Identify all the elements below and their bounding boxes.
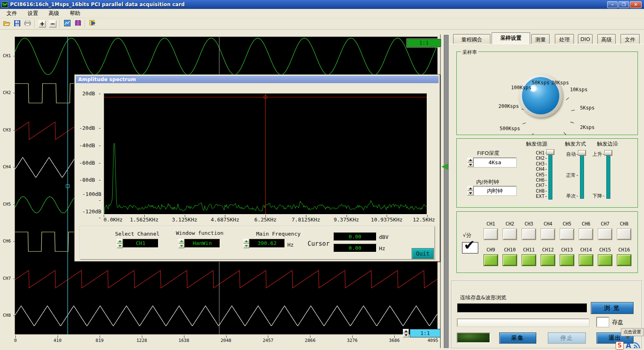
trigger-mode-option-自动[interactable]: 自动- — [550, 151, 579, 158]
main-frequency-spinner[interactable] — [243, 239, 249, 248]
tab-6[interactable]: 高级 — [597, 34, 616, 44]
select-channel-spinner[interactable] — [117, 239, 123, 248]
toolbar-save-button[interactable] — [12, 19, 22, 29]
spectrum-x-label: 7.8125KHz — [292, 217, 320, 223]
stop-button[interactable]: 停止 — [548, 333, 586, 344]
fifo-depth-spinner[interactable] — [467, 158, 473, 167]
trigger-source-option-ch2[interactable]: CH2- — [519, 155, 548, 161]
channel-toggle-label-ch10: CH10 — [504, 247, 516, 253]
toolbar-run-button[interactable] — [88, 19, 97, 29]
main-frequency-label: Main Frequency — [256, 231, 301, 237]
toolbar-zoom-in-button[interactable]: + — [37, 19, 47, 29]
channel-toggle-ch5[interactable] — [560, 229, 574, 240]
channel-toggle-label-ch6: CH6 — [582, 221, 591, 227]
input-method-tray: S A — [616, 341, 644, 350]
trigger-source-option-ch8[interactable]: CH8- — [519, 188, 548, 194]
tab-7[interactable]: 文件 — [620, 34, 640, 44]
channel-toggle-ch3[interactable] — [522, 229, 536, 240]
toolbar-chart-button[interactable] — [62, 19, 72, 29]
trigger-source-option-ch1[interactable]: CH1- — [519, 150, 548, 156]
channel-toggle-ch8[interactable] — [617, 229, 631, 240]
channel-toggle-ch6[interactable] — [579, 229, 593, 240]
zoom-ratio-indicator-bottom[interactable]: 1:1 — [410, 329, 441, 337]
clock-select-field[interactable]: 内时钟 — [473, 186, 516, 195]
channel-toggle-ch16[interactable] — [617, 255, 631, 266]
channel-toggle-ch10[interactable] — [503, 255, 517, 266]
menu-item-2[interactable]: 设置 — [26, 9, 40, 18]
spinner-down-icon[interactable] — [403, 333, 409, 338]
trigger-mode-option-单次[interactable]: 单次- — [550, 193, 579, 200]
menu-item-1[interactable]: 文件 — [5, 9, 19, 18]
rss-icon[interactable] — [633, 342, 640, 349]
maximize-button[interactable]: ❐ — [618, 1, 629, 8]
tab-3[interactable]: 测量 — [531, 34, 550, 44]
window-function-field[interactable]: HanWin — [184, 239, 220, 248]
tab-2[interactable]: 采样设置 — [492, 32, 530, 44]
fifo-depth-label: FIFO深度 — [477, 150, 499, 157]
channel-toggle-ch14[interactable] — [579, 255, 593, 266]
channel-toggle-ch11[interactable] — [522, 255, 536, 266]
toolbar-print-button[interactable] — [23, 19, 32, 29]
trigger-edge-slider-track[interactable] — [606, 151, 610, 199]
trigger-edge-option-上升[interactable]: 上升- — [577, 151, 605, 158]
acquire-button[interactable]: 采集 — [499, 333, 536, 344]
spinner-down-icon[interactable] — [467, 163, 473, 167]
trigger-source-option-ext[interactable]: EXT- — [519, 193, 548, 199]
spinner-up-icon[interactable] — [117, 239, 123, 244]
spinner-down-icon[interactable] — [117, 244, 123, 249]
trigger-mode-slider-track[interactable] — [580, 151, 584, 199]
tab-5[interactable]: DIO — [578, 34, 593, 44]
spectrum-window-titlebar[interactable]: Amplitude spectrum — [76, 76, 439, 83]
window-function-spinner[interactable] — [178, 239, 184, 248]
channel-toggle-ch2[interactable] — [503, 229, 517, 240]
browse-button[interactable]: 浏 览 — [591, 302, 633, 314]
channel-toggle-ch9[interactable] — [484, 255, 498, 266]
channel-toggle-ch13[interactable] — [560, 255, 574, 266]
trigger-edge-option-下降[interactable]: 下降- — [577, 193, 605, 200]
collapse-arrow-icon[interactable] — [441, 163, 448, 170]
channel-toggle-ch4[interactable] — [541, 229, 555, 240]
toolbar-open-button[interactable] — [2, 19, 11, 29]
ime-a-icon[interactable]: A — [626, 341, 631, 350]
trigger-source-option-ch6[interactable]: CH6- — [519, 177, 548, 183]
spinner-down-icon[interactable] — [243, 244, 249, 249]
scope-x-label: 2866 — [305, 338, 316, 343]
save-path-field[interactable] — [457, 303, 587, 313]
splitter-bar[interactable] — [444, 35, 449, 348]
tab-1[interactable]: 量程耦合 — [453, 34, 490, 44]
trigger-edge-slider-handle[interactable] — [605, 150, 612, 155]
menu-item-4[interactable]: 帮助 — [68, 9, 82, 18]
spinner-up-icon[interactable] — [178, 239, 184, 244]
select-channel-field[interactable]: CH1 — [123, 239, 158, 248]
channel-toggle-ch7[interactable] — [598, 229, 612, 240]
trigger-source-option-ch7[interactable]: CH7- — [519, 183, 548, 188]
spinner-up-icon[interactable] — [403, 329, 409, 333]
trigger-source-option-ch5[interactable]: CH5- — [519, 172, 548, 178]
trigger-mode-option-正常[interactable]: 正常- — [550, 172, 579, 179]
trigger-source-option-ch4[interactable]: CH4- — [519, 166, 548, 172]
spinner-up-icon[interactable] — [467, 186, 473, 191]
amplitude-spectrum-window[interactable]: Amplitude spectrum 20dB --20dB --40dB --… — [74, 74, 440, 262]
channel-toggle-ch12[interactable] — [541, 255, 555, 266]
quit-button[interactable]: Quit — [412, 248, 434, 259]
spinner-down-icon[interactable] — [178, 244, 184, 249]
split-mode-checkbox[interactable]: ✔ — [462, 242, 478, 253]
save-checkbox[interactable] — [597, 317, 609, 327]
spinner-down-icon[interactable] — [467, 191, 473, 196]
ime-s-icon[interactable]: S — [616, 341, 624, 350]
close-button[interactable]: ✕ — [630, 1, 642, 8]
spinner-up-icon[interactable] — [467, 158, 473, 163]
main-frequency-field[interactable]: 390.62 — [249, 239, 285, 248]
minimize-button[interactable]: – — [607, 1, 618, 8]
channel-toggle-ch15[interactable] — [598, 255, 612, 266]
menu-item-3[interactable]: 高级 — [47, 9, 61, 18]
toolbar-zoom-out-button[interactable]: − — [48, 19, 58, 29]
trigger-source-option-ch3[interactable]: CH3- — [519, 161, 548, 167]
clock-select-spinner[interactable] — [467, 186, 473, 195]
spinner-up-icon[interactable] — [243, 239, 249, 244]
toolbar-help-button[interactable] — [73, 19, 83, 29]
scope-scale-spinner[interactable] — [403, 329, 409, 337]
channel-toggle-ch1[interactable] — [484, 229, 498, 240]
tab-4[interactable]: 处理 — [555, 34, 574, 44]
fifo-depth-field[interactable]: 4Ksa — [473, 158, 516, 167]
